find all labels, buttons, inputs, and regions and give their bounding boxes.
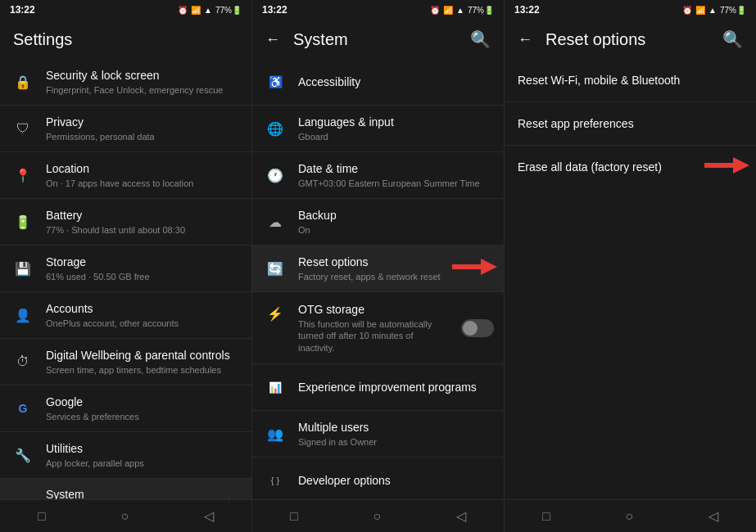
back-button-2[interactable]: ← <box>265 31 280 48</box>
accessibility-title: Accessibility <box>298 74 491 89</box>
settings-list-3[interactable]: Reset Wi-Fi, mobile & Bluetooth Reset ap… <box>505 59 756 499</box>
search-icon-3[interactable]: 🔍 <box>722 29 743 49</box>
nav-square-1[interactable]: □ <box>21 503 62 530</box>
sidebar-item-storage[interactable]: 💾 Storage 61% used · 50.50 GB free <box>0 246 251 291</box>
google-subtitle: Services & preferences <box>46 411 238 422</box>
wifi-icon: ▲ <box>204 6 212 15</box>
list-item-developer[interactable]: { } Developer options <box>252 458 504 499</box>
cloud-icon: ☁ <box>265 212 285 232</box>
alarm-icon: ⏰ <box>178 6 188 15</box>
system-red-arrow <box>204 497 245 499</box>
experience-title: Experience improvement programs <box>298 380 491 394</box>
list-item-backup[interactable]: ☁ Backup On <box>252 199 504 245</box>
page-title-settings: Settings <box>13 30 72 49</box>
list-item-datetime[interactable]: 🕐 Date & time GMT+03:00 Eastern European… <box>252 152 504 198</box>
list-item-experience[interactable]: 📊 Experience improvement programs <box>252 364 504 410</box>
shield-icon: 🛡 <box>13 119 33 138</box>
nav-back-1[interactable]: ◁ <box>188 502 230 530</box>
wifi-icon-3: ▲ <box>708 6 717 15</box>
system-icon: ⚙ <box>13 497 33 499</box>
location-subtitle: On · 17 apps have access to location <box>46 178 238 189</box>
alarm-icon-3: ⏰ <box>682 6 692 15</box>
list-item-reset-options[interactable]: 🔄 Reset options Factory reset, apps & ne… <box>252 246 504 291</box>
status-time-1: 13:22 <box>10 4 35 16</box>
sidebar-item-security[interactable]: 🔒 Security & lock screen Fingerprint, Fa… <box>0 59 251 105</box>
status-bar-3: 13:22 ⏰ 📶 ▲ 77%🔋 <box>505 0 756 20</box>
security-subtitle: Fingerprint, Face Unlock, emergency resc… <box>46 84 238 96</box>
languages-title: Languages & input <box>298 115 491 129</box>
list-item-accessibility[interactable]: ♿ Accessibility <box>252 59 504 105</box>
accessibility-icon: ♿ <box>265 72 285 92</box>
nav-back-3[interactable]: ◁ <box>692 502 735 530</box>
top-bar-2: ← System 🔍 <box>252 20 504 59</box>
globe-icon: 🌐 <box>265 119 285 138</box>
sidebar-item-system[interactable]: ⚙ System Language & keyboard, time, rese… <box>0 479 251 499</box>
status-bar-2: 13:22 ⏰ 📶 ▲ 77%🔋 <box>252 0 504 20</box>
search-icon-2[interactable]: 🔍 <box>470 29 491 49</box>
page-title-reset: Reset options <box>545 30 645 49</box>
wellbeing-subtitle: Screen time, app timers, bedtime schedul… <box>46 364 238 376</box>
google-icon: G <box>13 399 33 418</box>
sidebar-item-location[interactable]: 📍 Location On · 17 apps have access to l… <box>0 152 251 198</box>
nav-square-2[interactable]: □ <box>274 503 315 530</box>
list-item-users[interactable]: 👥 Multiple users Signed in as Owner <box>252 411 504 457</box>
nav-bar-2: □ ○ ◁ <box>252 499 504 532</box>
otg-subtitle: This function will be automatically turn… <box>298 318 450 354</box>
status-bar-1: 13:22 ⏰ 📶 ▲ 77%🔋 <box>0 0 251 20</box>
nav-circle-2[interactable]: ○ <box>356 503 397 530</box>
utilities-icon: 🔧 <box>13 445 33 465</box>
backup-title: Backup <box>298 208 491 223</box>
list-item-otg[interactable]: ⚡ OTG storage This function will be auto… <box>252 292 504 363</box>
nav-square-3[interactable]: □ <box>526 503 567 530</box>
sidebar-item-accounts[interactable]: 👤 Accounts OnePlus account, other accoun… <box>0 292 251 338</box>
reset-red-arrow <box>452 257 497 280</box>
battery-title: Battery <box>46 208 238 223</box>
battery-icon-3: 77%🔋 <box>720 6 746 15</box>
nav-bar-3: □ ○ ◁ <box>505 499 756 532</box>
location-icon: 📍 <box>13 165 33 185</box>
wellbeing-icon: ⏱ <box>13 352 33 372</box>
status-icons-1: ⏰ 📶 ▲ 77%🔋 <box>178 6 242 15</box>
erase-red-arrow <box>704 156 749 178</box>
otg-title: OTG storage <box>298 302 450 317</box>
storage-title: Storage <box>46 255 238 269</box>
status-icons-3: ⏰ 📶 ▲ 77%🔋 <box>682 6 746 15</box>
developer-icon: { } <box>265 471 285 490</box>
list-item-reset-wifi[interactable]: Reset Wi-Fi, mobile & Bluetooth <box>505 59 756 101</box>
toggle-knob <box>463 321 478 336</box>
sidebar-item-google[interactable]: G Google Services & preferences <box>0 385 251 431</box>
reset-wifi-title: Reset Wi-Fi, mobile & Bluetooth <box>518 74 743 87</box>
top-bar-3: ← Reset options 🔍 <box>505 20 756 59</box>
panel-system: 13:22 ⏰ 📶 ▲ 77%🔋 ← System 🔍 ♿ Accessibil… <box>252 0 505 532</box>
settings-list-1[interactable]: 🔒 Security & lock screen Fingerprint, Fa… <box>0 59 251 499</box>
nav-circle-3[interactable]: ○ <box>609 503 650 530</box>
storage-subtitle: 61% used · 50.50 GB free <box>46 271 238 282</box>
back-button-3[interactable]: ← <box>518 31 532 48</box>
page-title-system: System <box>293 30 348 49</box>
status-time-2: 13:22 <box>262 4 287 16</box>
backup-subtitle: On <box>298 224 491 236</box>
users-subtitle: Signed in as Owner <box>298 436 491 448</box>
settings-list-2[interactable]: ♿ Accessibility 🌐 Languages & input Gboa… <box>252 59 504 499</box>
list-item-languages[interactable]: 🌐 Languages & input Gboard <box>252 106 504 151</box>
otg-toggle[interactable] <box>461 319 494 337</box>
nav-back-2[interactable]: ◁ <box>440 502 482 530</box>
list-item-reset-app-prefs[interactable]: Reset app preferences <box>505 102 756 145</box>
sidebar-item-battery[interactable]: 🔋 Battery 77% · Should last until about … <box>0 199 251 245</box>
wellbeing-title: Digital Wellbeing & parental controls <box>46 348 238 363</box>
users-icon: 👥 <box>265 424 285 444</box>
google-title: Google <box>46 394 238 409</box>
list-item-erase-all[interactable]: Erase all data (factory reset) <box>505 146 756 188</box>
nav-circle-1[interactable]: ○ <box>104 503 145 530</box>
sidebar-item-privacy[interactable]: 🛡 Privacy Permissions, personal data <box>0 106 251 151</box>
sidebar-item-utilities[interactable]: 🔧 Utilities App locker, parallel apps <box>0 432 251 478</box>
battery-icon: 77%🔋 <box>215 6 242 15</box>
reset-icon: 🔄 <box>265 259 285 278</box>
privacy-title: Privacy <box>46 115 238 129</box>
utilities-subtitle: App locker, parallel apps <box>46 458 238 469</box>
panel-reset-options: 13:22 ⏰ 📶 ▲ 77%🔋 ← Reset options 🔍 Reset… <box>505 0 756 532</box>
sidebar-item-digital-wellbeing[interactable]: ⏱ Digital Wellbeing & parental controls … <box>0 339 251 385</box>
svg-marker-5 <box>733 157 749 174</box>
top-bar-1: Settings <box>0 20 251 59</box>
svg-marker-0 <box>229 498 245 499</box>
